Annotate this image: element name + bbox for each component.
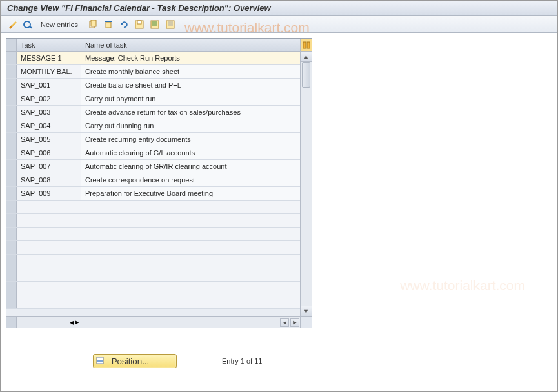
row-selector[interactable] [6,92,17,105]
cell-task[interactable]: SAP_007 [17,160,81,173]
cell-name[interactable]: Preparation for Executive Board meeting [81,187,300,200]
column-header-task[interactable]: Task [17,39,81,51]
hscroll-left-icon[interactable]: ▸ [75,318,79,326]
cell-name[interactable]: Carry out payment run [81,92,300,105]
vertical-scrollbar[interactable]: ▲ ▼ [300,52,312,316]
row-selector[interactable] [6,268,17,281]
cell-task[interactable] [17,268,81,281]
row-selector[interactable] [6,201,17,213]
cell-task[interactable] [17,282,81,295]
deselect-all-icon[interactable] [164,19,176,30]
cell-name[interactable]: Message: Check Run Reports [81,52,300,64]
undo-icon[interactable] [118,19,130,30]
table-row-empty[interactable] [6,282,300,295]
save-icon[interactable] [134,19,145,30]
row-selector[interactable] [6,79,17,92]
table-settings-icon[interactable] [300,39,312,51]
cell-name[interactable] [81,241,300,254]
cell-name[interactable]: Carry out dunning run [81,119,300,132]
cell-task[interactable]: SAP_009 [17,187,81,200]
row-selector[interactable] [6,160,17,173]
cell-name[interactable]: Create advance return for tax on sales/p… [81,106,300,119]
scroll-up-icon[interactable]: ▲ [301,52,312,62]
scroll-track[interactable] [301,62,312,306]
row-selector[interactable] [6,228,17,240]
table-row[interactable]: SAP_008Create correspondence on request [6,173,300,187]
cell-task[interactable]: SAP_006 [17,146,81,159]
row-selector[interactable] [6,214,17,227]
cell-task[interactable]: SAP_008 [17,173,81,186]
cell-task[interactable] [17,295,81,308]
table-row[interactable]: SAP_004Carry out dunning run [6,119,300,133]
hscroll-right-last-icon[interactable]: ► [290,318,299,327]
hscroll-left-first-icon[interactable]: ◄ [68,318,75,326]
cell-name[interactable] [81,282,300,295]
cell-task[interactable] [17,214,81,227]
cell-name[interactable] [81,201,300,213]
table-row[interactable]: MONTHLY BAL.Create monthly balance sheet [6,65,300,79]
cell-task[interactable]: SAP_002 [17,92,81,105]
row-selector[interactable] [6,255,17,268]
table-row-empty[interactable] [6,228,300,241]
copy-icon[interactable] [87,19,99,30]
cell-name[interactable] [81,295,300,308]
cell-task[interactable] [17,241,81,254]
cell-name[interactable] [81,228,300,240]
scroll-down-icon[interactable]: ▼ [301,306,312,316]
cell-task[interactable]: MESSAGE 1 [17,52,81,64]
row-selector[interactable] [6,187,17,200]
table-row-empty[interactable] [6,295,300,309]
scroll-thumb[interactable] [302,62,310,88]
table-row[interactable]: SAP_003Create advance return for tax on … [6,106,300,119]
select-all-icon[interactable] [149,19,161,30]
cell-name[interactable] [81,255,300,268]
select-all-column[interactable] [6,39,17,51]
column-header-name[interactable]: Name of task [81,39,300,51]
row-selector[interactable] [6,133,17,146]
cell-task[interactable] [17,228,81,240]
table-row[interactable]: MESSAGE 1Message: Check Run Reports [6,52,300,65]
cell-name[interactable]: Create monthly balance sheet [81,65,300,78]
table-row-empty[interactable] [6,201,300,214]
new-entries-button[interactable]: New entries [38,21,81,28]
cell-task[interactable]: SAP_001 [17,79,81,92]
table-row[interactable]: SAP_002Carry out payment run [6,92,300,106]
table-row[interactable]: SAP_009Preparation for Executive Board m… [6,187,300,201]
position-button[interactable]: Position... [93,354,177,368]
table-row[interactable]: SAP_006Automatic clearing of G/L account… [6,146,300,160]
cell-task[interactable]: SAP_003 [17,106,81,119]
cell-name[interactable]: Automatic clearing of G/L accounts [81,146,300,159]
other-view-icon[interactable] [23,19,34,30]
row-selector[interactable] [6,173,17,186]
row-selector[interactable] [6,52,17,64]
delete-icon[interactable] [103,19,114,30]
table-row-empty[interactable] [6,255,300,268]
table-row-empty[interactable] [6,241,300,255]
table-row-empty[interactable] [6,268,300,282]
table-row[interactable]: SAP_005Create recurring entry documents [6,133,300,146]
row-selector[interactable] [6,119,17,132]
table-row[interactable]: SAP_001Create balance sheet and P+L [6,79,300,92]
row-selector[interactable] [6,241,17,254]
horizontal-scrollbar[interactable]: ◂ ► [81,317,300,328]
cell-task[interactable]: SAP_005 [17,133,81,146]
cell-name[interactable]: Create balance sheet and P+L [81,79,300,92]
change-icon[interactable] [7,19,19,30]
cell-name[interactable]: Create correspondence on request [81,173,300,186]
cell-task[interactable]: SAP_004 [17,119,81,132]
cell-task[interactable] [17,255,81,268]
hscroll-right-icon[interactable]: ◂ [280,318,289,327]
cell-name[interactable]: Automatic clearing of GR/IR clearing acc… [81,160,300,173]
row-selector[interactable] [6,295,17,308]
cell-task[interactable] [17,201,81,213]
table-row-empty[interactable] [6,214,300,228]
row-selector[interactable] [6,65,17,78]
row-selector[interactable] [6,282,17,295]
cell-name[interactable] [81,214,300,227]
cell-name[interactable] [81,268,300,281]
table-row[interactable]: SAP_007Automatic clearing of GR/IR clear… [6,160,300,173]
cell-name[interactable]: Create recurring entry documents [81,133,300,146]
row-selector[interactable] [6,146,17,159]
cell-task[interactable]: MONTHLY BAL. [17,65,81,78]
row-selector[interactable] [6,106,17,119]
